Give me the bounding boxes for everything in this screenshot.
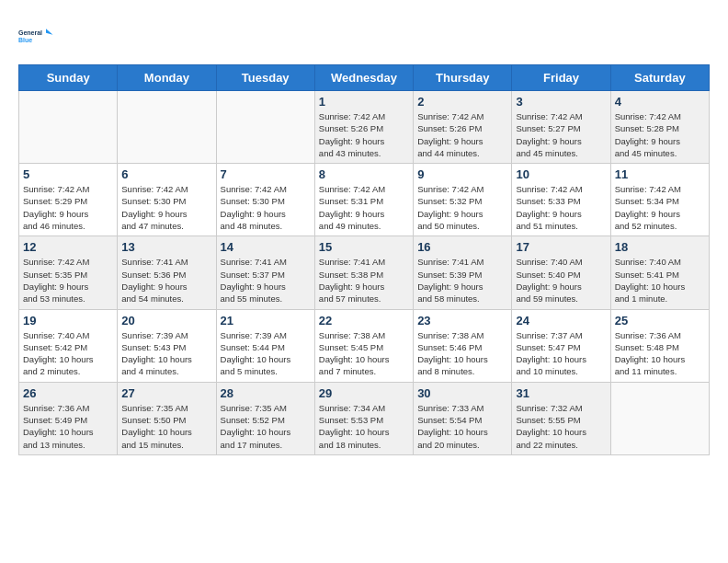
day-detail: Sunrise: 7:38 AM Sunset: 5:46 PM Dayligh… bbox=[417, 329, 507, 378]
day-number: 12 bbox=[23, 240, 113, 254]
day-number: 7 bbox=[221, 167, 311, 181]
day-number: 29 bbox=[319, 386, 409, 400]
day-number: 21 bbox=[221, 314, 311, 327]
day-number: 16 bbox=[417, 240, 507, 254]
day-number: 23 bbox=[417, 314, 507, 327]
calendar-cell bbox=[19, 91, 118, 164]
day-detail: Sunrise: 7:41 AM Sunset: 5:36 PM Dayligh… bbox=[121, 256, 211, 304]
day-detail: Sunrise: 7:39 AM Sunset: 5:43 PM Dayligh… bbox=[121, 329, 211, 378]
calendar-week-row: 5Sunrise: 7:42 AM Sunset: 5:29 PM Daylig… bbox=[19, 164, 710, 236]
day-detail: Sunrise: 7:42 AM Sunset: 5:29 PM Dayligh… bbox=[23, 183, 113, 232]
day-detail: Sunrise: 7:42 AM Sunset: 5:34 PM Dayligh… bbox=[615, 183, 705, 232]
day-number: 10 bbox=[516, 167, 606, 181]
day-detail: Sunrise: 7:37 AM Sunset: 5:47 PM Dayligh… bbox=[516, 329, 606, 378]
logo: GeneralBlue bbox=[18, 18, 59, 55]
day-number: 24 bbox=[516, 314, 606, 327]
calendar-cell: 6Sunrise: 7:42 AM Sunset: 5:30 PM Daylig… bbox=[118, 164, 216, 236]
day-detail: Sunrise: 7:40 AM Sunset: 5:40 PM Dayligh… bbox=[516, 256, 606, 304]
day-number: 19 bbox=[23, 314, 113, 327]
day-detail: Sunrise: 7:33 AM Sunset: 5:54 PM Dayligh… bbox=[417, 402, 507, 451]
day-detail: Sunrise: 7:35 AM Sunset: 5:50 PM Dayligh… bbox=[121, 402, 211, 451]
calendar-cell: 15Sunrise: 7:41 AM Sunset: 5:38 PM Dayli… bbox=[314, 236, 413, 309]
calendar-cell: 16Sunrise: 7:41 AM Sunset: 5:39 PM Dayli… bbox=[414, 236, 512, 309]
day-number: 31 bbox=[516, 386, 606, 400]
calendar-header-saturday: Saturday bbox=[610, 65, 709, 91]
day-number: 20 bbox=[121, 314, 211, 327]
calendar-cell: 28Sunrise: 7:35 AM Sunset: 5:52 PM Dayli… bbox=[216, 382, 314, 454]
calendar-cell: 30Sunrise: 7:33 AM Sunset: 5:54 PM Dayli… bbox=[414, 382, 512, 454]
calendar-cell: 29Sunrise: 7:34 AM Sunset: 5:53 PM Dayli… bbox=[314, 382, 413, 454]
calendar-week-row: 1Sunrise: 7:42 AM Sunset: 5:26 PM Daylig… bbox=[19, 91, 710, 164]
calendar-cell: 18Sunrise: 7:40 AM Sunset: 5:41 PM Dayli… bbox=[610, 236, 709, 309]
calendar-week-row: 12Sunrise: 7:42 AM Sunset: 5:35 PM Dayli… bbox=[19, 236, 710, 309]
day-number: 9 bbox=[417, 167, 507, 181]
calendar-cell: 3Sunrise: 7:42 AM Sunset: 5:27 PM Daylig… bbox=[512, 91, 610, 164]
day-detail: Sunrise: 7:42 AM Sunset: 5:30 PM Dayligh… bbox=[221, 183, 311, 232]
day-detail: Sunrise: 7:42 AM Sunset: 5:27 PM Dayligh… bbox=[516, 110, 606, 159]
calendar-cell: 24Sunrise: 7:37 AM Sunset: 5:47 PM Dayli… bbox=[512, 309, 610, 382]
calendar-cell: 31Sunrise: 7:32 AM Sunset: 5:55 PM Dayli… bbox=[512, 382, 610, 454]
calendar-cell: 2Sunrise: 7:42 AM Sunset: 5:26 PM Daylig… bbox=[414, 91, 512, 164]
day-number: 8 bbox=[319, 167, 409, 181]
day-number: 1 bbox=[319, 95, 409, 109]
day-detail: Sunrise: 7:42 AM Sunset: 5:28 PM Dayligh… bbox=[615, 110, 705, 159]
day-number: 17 bbox=[516, 240, 606, 254]
calendar-cell: 25Sunrise: 7:36 AM Sunset: 5:48 PM Dayli… bbox=[610, 309, 709, 382]
logo-icon: GeneralBlue bbox=[18, 18, 55, 55]
calendar-cell: 26Sunrise: 7:36 AM Sunset: 5:49 PM Dayli… bbox=[19, 382, 118, 454]
calendar-cell: 9Sunrise: 7:42 AM Sunset: 5:32 PM Daylig… bbox=[414, 164, 512, 236]
svg-marker-2 bbox=[46, 29, 53, 35]
calendar-cell bbox=[610, 382, 709, 454]
calendar-cell bbox=[216, 91, 314, 164]
day-number: 28 bbox=[221, 386, 311, 400]
day-detail: Sunrise: 7:42 AM Sunset: 5:26 PM Dayligh… bbox=[417, 110, 507, 159]
day-number: 5 bbox=[23, 167, 113, 181]
day-detail: Sunrise: 7:42 AM Sunset: 5:33 PM Dayligh… bbox=[516, 183, 606, 232]
calendar-cell: 20Sunrise: 7:39 AM Sunset: 5:43 PM Dayli… bbox=[118, 309, 216, 382]
calendar-cell: 5Sunrise: 7:42 AM Sunset: 5:29 PM Daylig… bbox=[19, 164, 118, 236]
calendar-header-tuesday: Tuesday bbox=[216, 65, 314, 91]
day-detail: Sunrise: 7:41 AM Sunset: 5:37 PM Dayligh… bbox=[221, 256, 311, 304]
day-number: 22 bbox=[319, 314, 409, 327]
day-number: 4 bbox=[615, 95, 705, 109]
calendar-cell: 23Sunrise: 7:38 AM Sunset: 5:46 PM Dayli… bbox=[414, 309, 512, 382]
day-number: 14 bbox=[221, 240, 311, 254]
day-detail: Sunrise: 7:42 AM Sunset: 5:30 PM Dayligh… bbox=[121, 183, 211, 232]
day-number: 26 bbox=[23, 386, 113, 400]
day-detail: Sunrise: 7:32 AM Sunset: 5:55 PM Dayligh… bbox=[516, 402, 606, 451]
day-number: 18 bbox=[615, 240, 705, 254]
calendar-cell: 8Sunrise: 7:42 AM Sunset: 5:31 PM Daylig… bbox=[314, 164, 413, 236]
calendar-week-row: 26Sunrise: 7:36 AM Sunset: 5:49 PM Dayli… bbox=[19, 382, 710, 454]
calendar-cell: 13Sunrise: 7:41 AM Sunset: 5:36 PM Dayli… bbox=[118, 236, 216, 309]
day-detail: Sunrise: 7:34 AM Sunset: 5:53 PM Dayligh… bbox=[319, 402, 409, 451]
day-detail: Sunrise: 7:36 AM Sunset: 5:48 PM Dayligh… bbox=[615, 329, 705, 378]
calendar-cell bbox=[118, 91, 216, 164]
calendar-cell: 19Sunrise: 7:40 AM Sunset: 5:42 PM Dayli… bbox=[19, 309, 118, 382]
calendar-cell: 14Sunrise: 7:41 AM Sunset: 5:37 PM Dayli… bbox=[216, 236, 314, 309]
calendar-cell: 10Sunrise: 7:42 AM Sunset: 5:33 PM Dayli… bbox=[512, 164, 610, 236]
day-number: 11 bbox=[615, 167, 705, 181]
calendar-cell: 27Sunrise: 7:35 AM Sunset: 5:50 PM Dayli… bbox=[118, 382, 216, 454]
calendar-header-thursday: Thursday bbox=[414, 65, 512, 91]
calendar-header-friday: Friday bbox=[512, 65, 610, 91]
day-detail: Sunrise: 7:41 AM Sunset: 5:39 PM Dayligh… bbox=[417, 256, 507, 304]
calendar-cell: 17Sunrise: 7:40 AM Sunset: 5:40 PM Dayli… bbox=[512, 236, 610, 309]
calendar-header-sunday: Sunday bbox=[19, 65, 118, 91]
day-detail: Sunrise: 7:42 AM Sunset: 5:26 PM Dayligh… bbox=[319, 110, 409, 159]
calendar-week-row: 19Sunrise: 7:40 AM Sunset: 5:42 PM Dayli… bbox=[19, 309, 710, 382]
calendar-cell: 22Sunrise: 7:38 AM Sunset: 5:45 PM Dayli… bbox=[314, 309, 413, 382]
day-number: 2 bbox=[417, 95, 507, 109]
day-detail: Sunrise: 7:41 AM Sunset: 5:38 PM Dayligh… bbox=[319, 256, 409, 304]
day-detail: Sunrise: 7:36 AM Sunset: 5:49 PM Dayligh… bbox=[23, 402, 113, 451]
calendar-cell: 12Sunrise: 7:42 AM Sunset: 5:35 PM Dayli… bbox=[19, 236, 118, 309]
calendar-cell: 1Sunrise: 7:42 AM Sunset: 5:26 PM Daylig… bbox=[314, 91, 413, 164]
day-number: 25 bbox=[615, 314, 705, 327]
day-detail: Sunrise: 7:42 AM Sunset: 5:35 PM Dayligh… bbox=[23, 256, 113, 304]
calendar-cell: 4Sunrise: 7:42 AM Sunset: 5:28 PM Daylig… bbox=[610, 91, 709, 164]
day-number: 6 bbox=[121, 167, 211, 181]
day-number: 27 bbox=[121, 386, 211, 400]
day-number: 15 bbox=[319, 240, 409, 254]
calendar-cell: 11Sunrise: 7:42 AM Sunset: 5:34 PM Dayli… bbox=[610, 164, 709, 236]
page-header: GeneralBlue bbox=[18, 18, 710, 55]
calendar-cell: 7Sunrise: 7:42 AM Sunset: 5:30 PM Daylig… bbox=[216, 164, 314, 236]
